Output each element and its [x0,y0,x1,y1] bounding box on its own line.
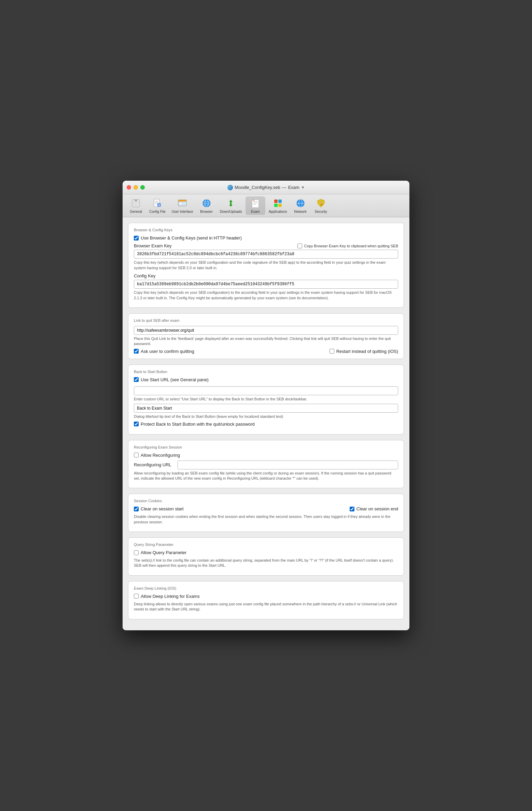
window-title: Moodle_ConfigKey.seb — Exam ▼ [227,185,305,190]
toolbar-item-browser[interactable]: Browser [197,196,216,215]
session-cookies-section: Session Cookies Clear on session start C… [128,494,404,532]
use-start-url-row: Use Start URL (see General pane) [134,377,398,382]
dialog-title-input[interactable]: Back to Exam Start [134,404,398,413]
copy-clipboard-label: Copy Browser Exam Key to clipboard when … [304,244,398,248]
reconfiguring-title: Reconfiguring Exam Session [134,445,398,449]
custom-url-hint: Enter custom URL or select "Use Start UR… [134,397,398,402]
quit-link-section: Link to quit SEB after exam http://safee… [128,313,404,359]
use-start-url-label: Use Start URL (see General pane) [141,377,209,382]
close-button[interactable] [127,185,131,190]
ask-confirm-label: Ask user to confirm quitting [141,349,194,354]
svg-rect-24 [278,200,282,203]
applications-label: Applications [269,210,287,214]
browser-label: Browser [200,210,213,214]
clear-on-end-row: Clear on session end [350,506,398,511]
use-browser-config-keys-checkbox[interactable] [134,236,139,240]
allow-reconfiguring-label: Allow Reconfiguring [141,453,180,458]
config-key-label: Config Key [134,273,398,278]
toolbar: General N Config File User Interface Bro… [123,194,409,217]
config-key-hint: Copy this key (which depends on your SEB… [134,290,398,301]
allow-deep-linking-row: Allow Deep Linking for Exams [134,594,398,599]
toolbar-item-applications[interactable]: Applications [266,196,290,215]
protect-back-label: Protect Back to Start Button with the qu… [141,422,255,427]
quit-link-title: Link to quit SEB after exam [134,318,398,322]
toolbar-item-network[interactable]: Network [291,196,310,215]
config-key-input[interactable]: ba17d15a5389eb9891cb2db2b0e090da97d4be75… [134,280,398,289]
svg-text:🔐: 🔐 [320,201,324,206]
general-label: General [130,210,142,214]
user-interface-icon [177,198,188,209]
maximize-button[interactable] [140,185,145,190]
applications-icon [272,198,283,209]
allow-query-checkbox[interactable] [134,550,139,555]
copy-clipboard-checkbox[interactable] [297,244,302,248]
clear-on-start-row: Clear on session start [134,506,184,511]
clear-on-end-label: Clear on session end [356,506,398,511]
allow-deep-linking-checkbox[interactable] [134,594,139,599]
toolbar-item-exam[interactable]: A+ Exam [246,196,265,215]
browser-config-keys-section: Browser & Config Keys Use Browser & Conf… [128,223,404,308]
title-separator: — [282,185,286,190]
title-bar: Moodle_ConfigKey.seb — Exam ▼ [123,181,409,194]
reconfiguring-url-label: Reconfiguring URL [134,462,175,467]
title-filename: Moodle_ConfigKey.seb [235,185,280,190]
quit-url-input[interactable]: http://safeexambrowser.org/quit [134,326,398,335]
browser-icon [201,198,212,209]
exam-icon: A+ [250,198,261,209]
browser-exam-key-label: Browser Exam Key [134,243,172,248]
svg-rect-25 [274,204,278,207]
user-interface-label: User Interface [172,210,193,214]
minimize-button[interactable] [134,185,138,190]
dialog-title-hint: Dialog title/tool tip text of the Back t… [134,414,398,419]
use-start-url-checkbox[interactable] [134,377,139,382]
quit-link-hint: Place this Quit Link to the 'feedback' p… [134,336,398,347]
svg-text:A+: A+ [253,199,255,201]
network-icon [295,198,306,209]
allow-reconfiguring-checkbox[interactable] [134,453,139,457]
svg-text:N: N [158,204,160,206]
clear-on-end-checkbox[interactable] [350,507,354,511]
toolbar-item-user-interface[interactable]: User Interface [169,196,196,215]
clear-on-start-label: Clear on session start [141,506,184,511]
reconfiguring-url-row: Reconfiguring URL [134,461,398,469]
allow-reconfiguring-row: Allow Reconfiguring [134,453,398,458]
svg-rect-26 [278,204,282,207]
network-label: Network [294,210,307,214]
content-area: Browser & Config Keys Use Browser & Conf… [123,217,409,630]
use-browser-config-keys-row: Use Browser & Config Keys (send in HTTP … [134,235,398,240]
toolbar-item-down-uploads[interactable]: Down/Uploads [217,196,245,215]
toolbar-item-general[interactable]: General [126,196,146,215]
security-label: Security [315,210,327,214]
toolbar-item-config-file[interactable]: N Config File [146,196,168,215]
protect-back-checkbox[interactable] [134,422,139,426]
general-icon [130,198,141,209]
reconfiguring-section: Reconfiguring Exam Session Allow Reconfi… [128,440,404,489]
svg-marker-17 [229,202,233,207]
browser-exam-key-hint: Copy this key (which depends on your SEB… [134,260,398,271]
protect-back-row: Protect Back to Start Button with the qu… [134,422,398,427]
deep-linking-section: Exam Deep Linking (iOS) Allow Deep Linki… [128,581,404,619]
allow-query-label: Allow Query Parameter [141,550,186,555]
restart-instead-checkbox[interactable] [330,349,334,354]
query-string-section: Query String Parameter Allow Query Param… [128,537,404,576]
browser-exam-key-input[interactable]: 3826b3fbd721f54181ac52c8dc894dbcbc6fa423… [134,250,398,259]
svg-rect-23 [274,200,278,203]
traffic-lights [127,185,145,190]
down-uploads-icon [225,198,236,209]
deep-linking-title: Exam Deep Linking (iOS) [134,586,398,590]
browser-config-keys-title: Browser & Config Keys [134,228,398,232]
reconfiguring-url-input[interactable] [178,461,398,469]
svg-rect-9 [178,200,186,202]
config-file-label: Config File [149,210,166,214]
app-window: Moodle_ConfigKey.seb — Exam ▼ General N … [123,181,409,630]
clear-on-start-checkbox[interactable] [134,507,139,511]
allow-deep-linking-label: Allow Deep Linking for Exams [141,594,200,599]
custom-url-input[interactable] [134,386,398,395]
dropdown-arrow-icon[interactable]: ▼ [301,185,305,189]
config-file-icon: N [152,198,163,209]
svg-rect-10 [179,202,182,205]
toolbar-item-security[interactable]: 🔐 Security [311,196,331,215]
session-cookies-title: Session Cookies [134,499,398,503]
deep-linking-hint: Deep linking allows to directly open var… [134,602,398,612]
ask-confirm-checkbox[interactable] [134,349,139,354]
